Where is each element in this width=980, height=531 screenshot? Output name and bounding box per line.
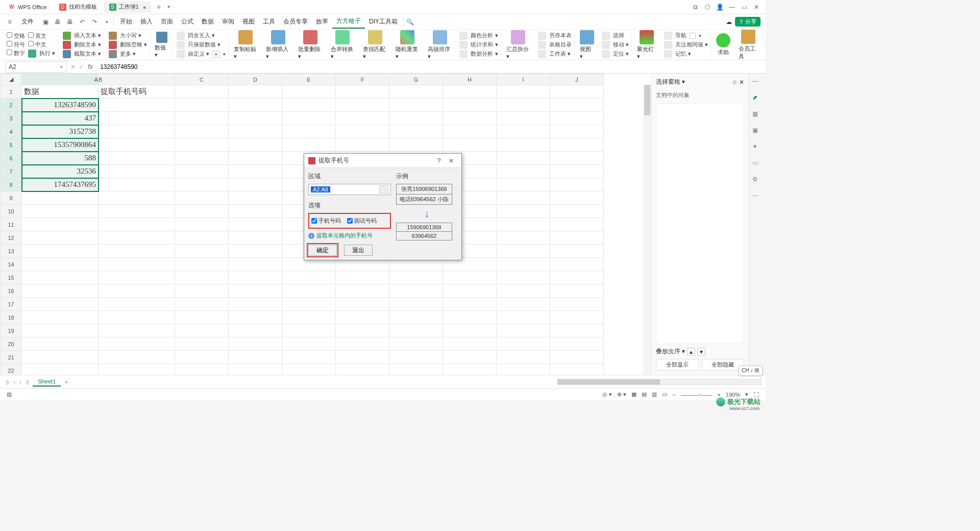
cell[interactable] [443, 112, 497, 125]
cell[interactable] [389, 112, 443, 125]
select-button[interactable]: 选择 [613, 32, 624, 39]
cell[interactable] [99, 245, 175, 258]
confirm-formula-icon[interactable]: ✓ [79, 63, 84, 70]
cell[interactable] [443, 311, 497, 324]
cancel-button[interactable]: 退出 [344, 245, 373, 256]
move-up-button[interactable]: ▴ [687, 348, 695, 356]
cell[interactable] [497, 245, 550, 258]
row-header[interactable]: 18 [1, 311, 22, 324]
cell[interactable] [389, 324, 443, 337]
cell[interactable] [497, 138, 550, 152]
extract-text-button[interactable]: 截取文本 ▾ [74, 50, 101, 58]
cell[interactable] [99, 311, 175, 324]
worksheet-button[interactable]: 工作表 ▾ [549, 50, 571, 58]
save-icon[interactable]: ▣ [41, 17, 50, 27]
cell[interactable] [99, 178, 175, 191]
advanced-sort-button[interactable]: 高级排序 ▾ [425, 30, 455, 60]
avatar-icon[interactable]: 👤 [714, 1, 726, 13]
cell[interactable] [282, 138, 336, 152]
h-scrollbar-thumb[interactable] [558, 379, 660, 384]
layers-icon[interactable]: ▣ [752, 127, 763, 137]
cell[interactable] [22, 231, 99, 245]
cell[interactable] [22, 337, 99, 351]
case-button[interactable]: 大小写 ▾ [120, 32, 141, 39]
style-icon[interactable]: ▦ [752, 110, 763, 120]
cell[interactable] [229, 112, 282, 125]
cell[interactable] [99, 152, 175, 165]
focus-icon[interactable]: ⊕ ▾ [615, 391, 629, 398]
more-button[interactable]: 更多 ▾ [120, 50, 136, 58]
cell[interactable] [99, 284, 175, 298]
reader-icon[interactable]: ▭ [659, 391, 670, 398]
cell[interactable] [99, 125, 175, 138]
name-box[interactable]: A2▾ [5, 61, 66, 73]
sheet-nav-first[interactable]: |‹ [4, 379, 12, 385]
share-button[interactable]: ⇪ 分享 [735, 17, 761, 27]
cell[interactable] [443, 271, 497, 284]
tab-data[interactable]: 数据 [198, 15, 218, 28]
cell[interactable] [497, 152, 550, 165]
cell[interactable] [389, 284, 443, 298]
row-header[interactable]: 5 [1, 138, 22, 152]
cell[interactable] [336, 337, 389, 351]
cell[interactable] [497, 231, 550, 245]
cell[interactable] [550, 231, 604, 245]
cell[interactable] [497, 324, 550, 337]
cell[interactable] [336, 138, 389, 152]
dialog-help-button[interactable]: ? [433, 157, 445, 164]
cell[interactable] [443, 324, 497, 337]
cell[interactable] [99, 112, 175, 125]
cell[interactable] [229, 99, 282, 112]
cell[interactable] [443, 364, 497, 375]
cell[interactable]: 提取手机号码 [99, 85, 175, 99]
cell[interactable] [99, 231, 175, 245]
tab-start[interactable]: 开始 [116, 15, 136, 28]
data-analysis-button[interactable]: 数据分析 ▾ [471, 50, 498, 58]
cell[interactable] [497, 112, 550, 125]
cell[interactable] [229, 364, 282, 375]
cell[interactable] [282, 298, 336, 311]
cell[interactable] [389, 298, 443, 311]
row-header[interactable]: 4 [1, 125, 22, 138]
col-header-B[interactable]: B [99, 74, 175, 85]
tab-insert[interactable]: 插入 [136, 15, 157, 28]
tab-diy[interactable]: DIY工具箱 [365, 15, 402, 28]
cell[interactable] [497, 218, 550, 231]
zoom-level[interactable]: 190% [723, 392, 743, 398]
cell[interactable] [229, 284, 282, 298]
cell[interactable] [550, 298, 604, 311]
cell[interactable] [175, 112, 229, 125]
close-icon[interactable]: ● [143, 4, 146, 10]
col-header-H[interactable]: H [443, 74, 497, 85]
add-tab-button[interactable]: + [153, 3, 164, 12]
redo-icon[interactable]: ↷ [90, 17, 99, 27]
cell[interactable] [229, 337, 282, 351]
cell[interactable] [99, 191, 175, 205]
cell[interactable] [282, 364, 336, 375]
tab-page[interactable]: 页面 [157, 15, 177, 28]
cell[interactable] [550, 324, 604, 337]
cell[interactable]: 32536 [22, 165, 99, 178]
col-header-J[interactable]: J [550, 74, 604, 85]
cell[interactable] [389, 364, 443, 375]
hide-all-button[interactable]: 全部隐藏 [702, 359, 745, 371]
window-copy-icon[interactable]: ⧉ [689, 1, 701, 13]
cell[interactable] [229, 125, 282, 138]
sheet-nav-prev[interactable]: ‹ [12, 379, 18, 385]
cell[interactable] [282, 324, 336, 337]
cell[interactable] [22, 205, 99, 218]
cell[interactable] [22, 364, 99, 375]
cell[interactable] [99, 165, 175, 178]
cell[interactable] [550, 271, 604, 284]
cell[interactable] [175, 218, 229, 231]
zoom-slider[interactable]: ———○—— [678, 392, 715, 398]
close-button[interactable]: ✕ [750, 1, 763, 13]
cell[interactable] [443, 351, 497, 364]
help-button[interactable]: 求助 [713, 33, 733, 56]
same-value-button[interactable]: 关注相同值 ▾ [675, 41, 708, 49]
cell[interactable] [282, 112, 336, 125]
cell[interactable] [550, 258, 604, 271]
cell[interactable] [175, 337, 229, 351]
cell[interactable] [99, 351, 175, 364]
row-header[interactable]: 22 [1, 364, 22, 375]
